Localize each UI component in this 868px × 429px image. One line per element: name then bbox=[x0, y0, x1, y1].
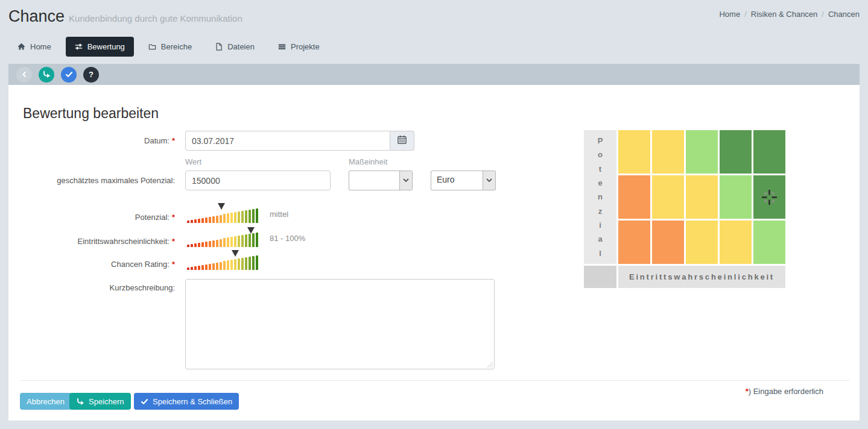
kurzbeschreibung-textarea[interactable] bbox=[185, 279, 495, 369]
matrix-cell bbox=[720, 175, 752, 219]
slider-bar bbox=[230, 237, 233, 247]
slider-bar bbox=[201, 265, 204, 270]
slider-bar bbox=[230, 213, 233, 223]
wert-mini-label: Wert bbox=[185, 157, 201, 166]
breadcrumb-link-risiken-chancen[interactable]: Risiken & Chancen bbox=[751, 10, 818, 19]
slider-bar bbox=[227, 237, 229, 247]
save-button[interactable] bbox=[39, 67, 54, 83]
slider-bar bbox=[209, 264, 211, 270]
slider-bar bbox=[241, 258, 244, 270]
matrix-cell bbox=[652, 175, 684, 219]
tab-bereiche[interactable]: Bereiche bbox=[139, 37, 201, 57]
matrix-cell bbox=[686, 221, 718, 264]
slider-bar bbox=[201, 218, 204, 223]
back-button[interactable] bbox=[16, 67, 32, 83]
slider-bar bbox=[209, 217, 211, 223]
breadcrumb-link-chancen[interactable]: Chancen bbox=[828, 10, 860, 19]
max-potenzial-label: geschätztes maximales Potenzial: bbox=[8, 175, 175, 186]
slider-bar bbox=[245, 234, 247, 247]
slider-bar bbox=[220, 239, 222, 247]
slider-bar bbox=[241, 235, 244, 247]
slider-bar bbox=[201, 242, 204, 247]
slider-bar bbox=[194, 266, 197, 270]
wert-input[interactable] bbox=[185, 171, 331, 190]
slider-bar bbox=[216, 263, 218, 270]
calendar-icon bbox=[398, 135, 407, 146]
tab-label: Projekte bbox=[291, 43, 320, 51]
eintrittswahrscheinlichkeit-slider[interactable] bbox=[187, 231, 258, 247]
tab-bewertung[interactable]: Bewertung bbox=[66, 37, 134, 57]
chancen-rating-slider[interactable] bbox=[187, 254, 258, 270]
eintrittswahrscheinlichkeit-value: 81 - 100% bbox=[270, 234, 305, 243]
slider-bar bbox=[249, 210, 251, 223]
slider-bar bbox=[212, 240, 215, 247]
slider-bar bbox=[234, 236, 236, 247]
slider-bar bbox=[245, 257, 247, 270]
slider-bar bbox=[187, 268, 189, 270]
slider-bar bbox=[245, 210, 247, 223]
redo-arrow-icon bbox=[76, 398, 84, 406]
footer-button-speichern-schlie-en[interactable]: Speichern & Schließen bbox=[134, 393, 239, 410]
slider-bar bbox=[223, 261, 226, 270]
slider-bar bbox=[198, 243, 200, 247]
matrix-cell bbox=[652, 221, 684, 264]
slider-bar bbox=[256, 255, 258, 270]
check-icon bbox=[141, 398, 148, 406]
footer-divider bbox=[20, 380, 850, 381]
tab-projekte[interactable]: Projekte bbox=[269, 37, 329, 57]
slider-bar bbox=[238, 236, 240, 247]
eintrittswahrscheinlichkeit-label: Eintrittswahrscheinlichkeit:* bbox=[8, 236, 175, 247]
slider-bar bbox=[191, 244, 193, 247]
tab-label: Dateien bbox=[227, 43, 255, 51]
breadcrumb-separator: / bbox=[744, 10, 747, 19]
breadcrumb-link-home[interactable]: Home bbox=[719, 10, 740, 19]
datum-input[interactable] bbox=[185, 131, 390, 151]
footer-button-speichern[interactable]: Speichern bbox=[69, 393, 131, 410]
required-note: *) Eingabe erforderlich bbox=[746, 387, 823, 396]
footer-button-label: Speichern & Schließen bbox=[153, 397, 232, 406]
matrix-cell bbox=[753, 175, 785, 219]
home-icon bbox=[17, 43, 25, 51]
tab-label: Bewertung bbox=[87, 43, 125, 51]
kurzbeschreibung-label: Kurzbeschreibung: bbox=[8, 283, 175, 293]
page-subtitle: Kundenbindung durch gute Kommunikation bbox=[69, 13, 242, 23]
footer-button-abbrechen[interactable]: Abbrechen bbox=[20, 393, 71, 410]
matrix-cell bbox=[618, 175, 650, 219]
slider-bar bbox=[216, 240, 218, 247]
matrix-cell bbox=[753, 130, 785, 174]
slider-bar bbox=[194, 243, 197, 247]
tab-home[interactable]: Home bbox=[8, 37, 60, 57]
slider-marker[interactable] bbox=[247, 227, 255, 234]
slider-bar bbox=[205, 218, 207, 223]
slider-bar bbox=[191, 267, 193, 270]
chevron-left-icon bbox=[21, 71, 28, 78]
form-heading: Bewertung bearbeiten bbox=[23, 105, 159, 122]
matrix-cell bbox=[686, 175, 718, 219]
slider-marker[interactable] bbox=[232, 250, 239, 257]
slider-bar bbox=[238, 211, 240, 223]
slider-bar bbox=[227, 213, 229, 223]
slider-marker[interactable] bbox=[218, 203, 225, 210]
confirm-button[interactable] bbox=[61, 67, 77, 83]
topbar: ChanceKundenbindung durch gute Kommunika… bbox=[0, 0, 868, 58]
matrix-cell bbox=[753, 221, 785, 264]
matrix-cell bbox=[720, 130, 752, 174]
datum-calendar-button[interactable] bbox=[390, 131, 414, 151]
slider-bar bbox=[256, 208, 258, 223]
masseinheit-select[interactable] bbox=[349, 171, 413, 190]
matrix-position-marker bbox=[753, 175, 785, 219]
rating-matrix: PotenzialEintrittswahrscheinlichkeit bbox=[584, 130, 785, 288]
einheit-select[interactable]: Euro bbox=[431, 171, 496, 190]
potenzial-slider[interactable] bbox=[187, 207, 258, 223]
matrix-cell bbox=[686, 130, 718, 174]
slider-bar bbox=[256, 233, 258, 247]
help-button[interactable]: ? bbox=[83, 67, 99, 83]
matrix-cell bbox=[720, 221, 752, 264]
matrix-y-axis-label: Potenzial bbox=[584, 130, 616, 264]
slider-bar bbox=[241, 211, 244, 223]
toolbar: ? bbox=[8, 64, 860, 85]
tab-dateien[interactable]: Dateien bbox=[206, 37, 264, 57]
breadcrumb: Home/Risiken & Chancen/Chancen bbox=[719, 10, 860, 19]
potenzial-value: mittel bbox=[270, 210, 288, 219]
tab-label: Home bbox=[30, 43, 51, 51]
